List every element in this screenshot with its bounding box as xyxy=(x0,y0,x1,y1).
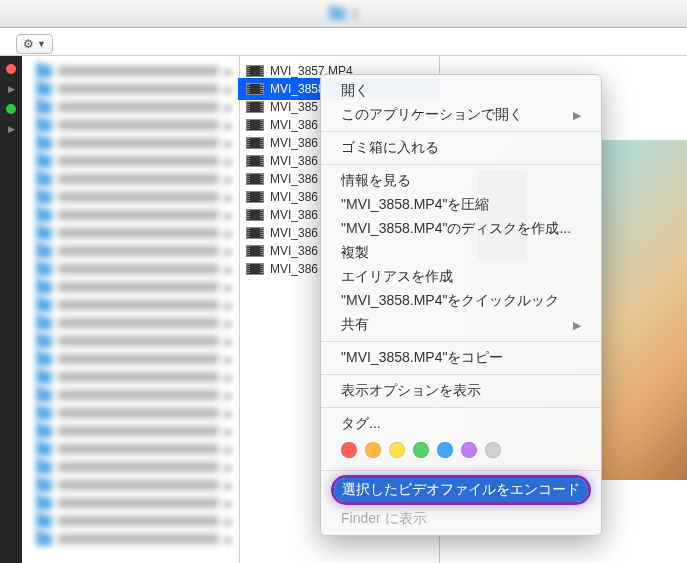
chevron-right-icon: ▶ xyxy=(225,336,233,347)
sidebar-item[interactable]: ▶ xyxy=(22,242,239,260)
menu-copy[interactable]: "MVI_3858.MP4"をコピー xyxy=(321,346,601,370)
menu-compress[interactable]: "MVI_3858.MP4"を圧縮 xyxy=(321,193,601,217)
sidebar-item[interactable]: ▶ xyxy=(22,80,239,98)
video-icon xyxy=(246,83,264,95)
sidebar-item[interactable]: ▶ xyxy=(22,224,239,242)
sidebar-item-label xyxy=(58,174,219,184)
folder-icon xyxy=(36,227,52,240)
context-menu: 開く このアプリケーションで開く▶ ゴミ箱に入れる 情報を見る "MVI_385… xyxy=(320,74,602,536)
sidebar-item[interactable]: ▶ xyxy=(22,476,239,494)
sidebar-item-label xyxy=(58,102,219,112)
chevron-right-icon: ▶ xyxy=(225,516,233,527)
sidebar-item-label xyxy=(58,318,219,328)
sidebar-item-label xyxy=(58,66,219,76)
chevron-right-icon: ▶ xyxy=(225,300,233,311)
sidebar-item-label xyxy=(58,156,219,166)
tag-color-dot[interactable] xyxy=(365,442,381,458)
chevron-right-icon: ▶ xyxy=(225,462,233,473)
sidebar-item[interactable]: ▶ xyxy=(22,386,239,404)
menu-finder-show[interactable]: Finder に表示 xyxy=(321,507,601,531)
video-icon xyxy=(246,263,264,275)
menu-tags[interactable]: タグ... xyxy=(321,412,601,436)
sidebar-item[interactable]: ▶ xyxy=(22,170,239,188)
sidebar-item[interactable]: ▶ xyxy=(22,404,239,422)
menu-share[interactable]: 共有▶ xyxy=(321,313,601,337)
menu-open-with[interactable]: このアプリケーションで開く▶ xyxy=(321,103,601,127)
tag-color-dot[interactable] xyxy=(341,442,357,458)
video-icon xyxy=(246,101,264,113)
sidebar-item[interactable]: ▶ xyxy=(22,368,239,386)
tag-color-dot[interactable] xyxy=(485,442,501,458)
tag-color-dot[interactable] xyxy=(461,442,477,458)
sidebar-item-label xyxy=(58,192,219,202)
breadcrumb[interactable]: 1 xyxy=(329,6,358,21)
zoom-dot-icon[interactable] xyxy=(6,104,16,114)
sidebar-item[interactable]: ▶ xyxy=(22,152,239,170)
tag-color-row xyxy=(321,436,601,466)
chevron-right-icon: ▶ xyxy=(225,282,233,293)
folder-icon xyxy=(36,389,52,402)
sidebar-column: ▶▶▶▶▶▶▶▶▶▶▶▶▶▶▶▶▶▶▶▶▶▶▶▶▶▶▶ xyxy=(22,56,240,563)
sidebar-item-label xyxy=(58,462,219,472)
sidebar-item[interactable]: ▶ xyxy=(22,278,239,296)
sidebar-item[interactable]: ▶ xyxy=(22,458,239,476)
sidebar-item[interactable]: ▶ xyxy=(22,206,239,224)
sidebar-item[interactable]: ▶ xyxy=(22,440,239,458)
menu-quicklook[interactable]: "MVI_3858.MP4"をクイックルック xyxy=(321,289,601,313)
file-name: MVI_386 xyxy=(270,226,318,240)
tag-color-dot[interactable] xyxy=(437,442,453,458)
sidebar-item[interactable]: ▶ xyxy=(22,530,239,548)
sidebar-item[interactable]: ▶ xyxy=(22,260,239,278)
sidebar-item[interactable]: ▶ xyxy=(22,422,239,440)
video-icon xyxy=(246,65,264,77)
close-dot-icon[interactable] xyxy=(6,64,16,74)
menu-open[interactable]: 開く xyxy=(321,79,601,103)
menu-separator xyxy=(321,131,601,132)
menu-view-options[interactable]: 表示オプションを表示 xyxy=(321,379,601,403)
sidebar-item[interactable]: ▶ xyxy=(22,134,239,152)
sidebar-item[interactable]: ▶ xyxy=(22,116,239,134)
gear-button[interactable]: ⚙ ▼ xyxy=(16,34,53,54)
chevron-right-icon: ▶ xyxy=(225,444,233,455)
menu-burn[interactable]: "MVI_3858.MP4"のディスクを作成... xyxy=(321,217,601,241)
menu-alias[interactable]: エイリアスを作成 xyxy=(321,265,601,289)
video-icon xyxy=(246,137,264,149)
sidebar-item[interactable]: ▶ xyxy=(22,296,239,314)
sidebar-item-label xyxy=(58,372,219,382)
tag-color-dot[interactable] xyxy=(413,442,429,458)
chevron-right-icon: ▶ xyxy=(225,480,233,491)
sidebar-item[interactable]: ▶ xyxy=(22,494,239,512)
menu-trash[interactable]: ゴミ箱に入れる xyxy=(321,136,601,160)
chevron-right-icon: ▶ xyxy=(225,102,233,113)
sidebar-item[interactable]: ▶ xyxy=(22,188,239,206)
chevron-right-icon: ▶ xyxy=(225,156,233,167)
menu-get-info[interactable]: 情報を見る xyxy=(321,169,601,193)
sidebar-item[interactable]: ▶ xyxy=(22,98,239,116)
folder-icon xyxy=(36,155,52,168)
tag-color-dot[interactable] xyxy=(389,442,405,458)
sub-toolbar: ⚙ ▼ xyxy=(0,28,687,56)
file-name: MVI_3858 xyxy=(270,82,325,96)
folder-icon xyxy=(36,173,52,186)
sidebar-item-label xyxy=(58,120,219,130)
chevron-right-icon: ▶ xyxy=(8,124,15,134)
video-icon xyxy=(246,119,264,131)
chevron-right-icon: ▶ xyxy=(225,138,233,149)
menu-encode-video[interactable]: 選択したビデオファイルをエンコード xyxy=(334,478,588,502)
sidebar-item[interactable]: ▶ xyxy=(22,332,239,350)
folder-icon xyxy=(36,83,52,96)
menu-duplicate[interactable]: 複製 xyxy=(321,241,601,265)
chevron-right-icon: ▶ xyxy=(225,84,233,95)
chevron-right-icon: ▶ xyxy=(225,534,233,545)
video-icon xyxy=(246,245,264,257)
folder-icon xyxy=(36,371,52,384)
sidebar-item[interactable]: ▶ xyxy=(22,62,239,80)
sidebar-item[interactable]: ▶ xyxy=(22,512,239,530)
sidebar-item[interactable]: ▶ xyxy=(22,350,239,368)
sidebar-item[interactable]: ▶ xyxy=(22,314,239,332)
menu-separator xyxy=(321,374,601,375)
folder-icon xyxy=(36,317,52,330)
breadcrumb-text: 1 xyxy=(351,6,358,21)
chevron-right-icon: ▶ xyxy=(225,318,233,329)
chevron-right-icon: ▶ xyxy=(8,84,15,94)
